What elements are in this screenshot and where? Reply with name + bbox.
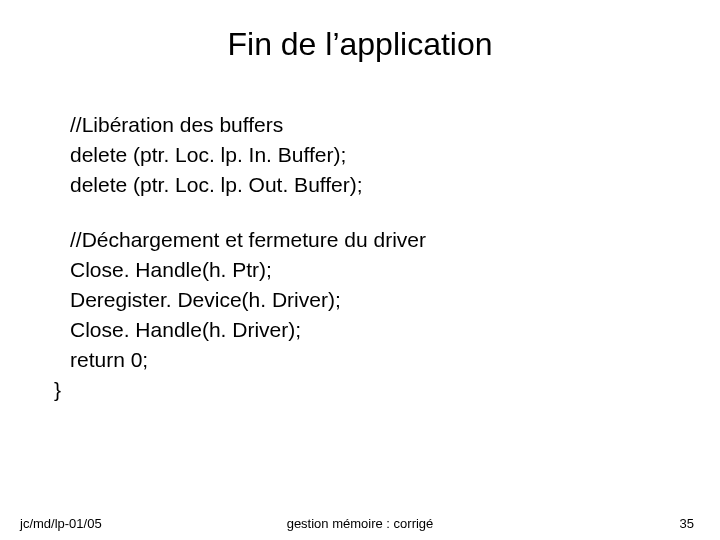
closing-brace: }	[54, 375, 680, 405]
code-line: Close. Handle(h. Driver);	[54, 315, 680, 345]
code-line: return 0;	[54, 345, 680, 375]
slide: Fin de l’application //Libération des bu…	[0, 0, 720, 540]
slide-title: Fin de l’application	[0, 26, 720, 63]
footer-right: 35	[680, 516, 694, 531]
code-line: delete (ptr. Loc. lp. In. Buffer);	[54, 140, 680, 170]
code-line: delete (ptr. Loc. lp. Out. Buffer);	[54, 170, 680, 200]
code-line: Close. Handle(h. Ptr);	[54, 255, 680, 285]
spacer	[54, 199, 680, 225]
slide-body: //Libération des buffers delete (ptr. Lo…	[54, 110, 680, 404]
code-line: Deregister. Device(h. Driver);	[54, 285, 680, 315]
comment-line: //Libération des buffers	[54, 110, 680, 140]
comment-line: //Déchargement et fermeture du driver	[54, 225, 680, 255]
footer-center: gestion mémoire : corrigé	[0, 516, 720, 531]
